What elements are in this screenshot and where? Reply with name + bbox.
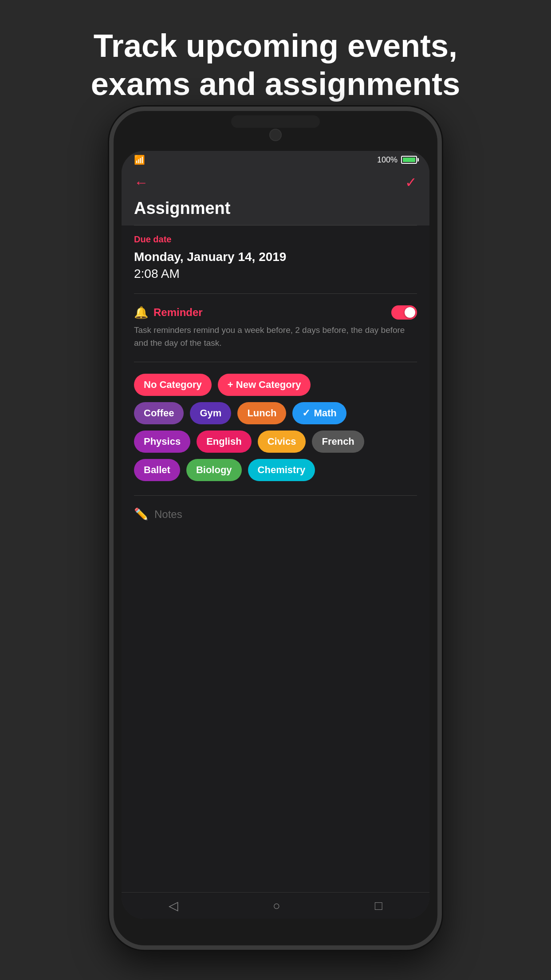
battery-percentage: 100% bbox=[377, 155, 398, 165]
categories-row-1: No Category + New Category bbox=[134, 374, 417, 396]
notes-label: Notes bbox=[154, 508, 182, 521]
chip-biology[interactable]: Biology bbox=[186, 459, 242, 481]
due-date-section: Due date Monday, January 14, 2019 2:08 A… bbox=[122, 225, 429, 290]
back-button[interactable]: ← bbox=[134, 174, 148, 191]
chip-no-category[interactable]: No Category bbox=[134, 374, 212, 396]
chip-chemistry[interactable]: Chemistry bbox=[248, 459, 315, 481]
categories-row-2: Coffee Gym Lunch ✓ Math bbox=[134, 402, 417, 424]
chip-english[interactable]: English bbox=[197, 431, 251, 453]
chip-lunch[interactable]: Lunch bbox=[237, 402, 286, 424]
categories-row-3: Physics English Civics French bbox=[134, 431, 417, 453]
nav-home-icon[interactable]: ○ bbox=[273, 899, 280, 913]
page-title-row: Assignment bbox=[122, 199, 429, 225]
screen: 📶 100% ← ✓ Assignment Due date Monday, J… bbox=[122, 151, 429, 919]
content-area: Due date Monday, January 14, 2019 2:08 A… bbox=[122, 225, 429, 892]
side-button bbox=[439, 200, 442, 235]
math-check-icon: ✓ bbox=[302, 407, 310, 419]
chip-new-category[interactable]: + New Category bbox=[218, 374, 311, 396]
bell-icon: 🔔 bbox=[134, 306, 148, 320]
divider-2 bbox=[134, 362, 417, 362]
categories-row-4: Ballet Biology Chemistry bbox=[134, 459, 417, 481]
divider-3 bbox=[134, 495, 417, 496]
status-bar: 📶 100% bbox=[122, 151, 429, 169]
bottom-nav: ◁ ○ □ bbox=[122, 892, 429, 919]
hero-text: Track upcoming events, exams and assignm… bbox=[0, 27, 551, 103]
categories-section: No Category + New Category Coffee Gym Lu… bbox=[122, 366, 429, 492]
reminder-row: 🔔 Reminder bbox=[122, 297, 429, 324]
wifi-icon: 📶 bbox=[134, 154, 145, 165]
due-time-value[interactable]: 2:08 AM bbox=[134, 267, 417, 281]
page-title: Assignment bbox=[134, 199, 417, 218]
pencil-icon: ✏️ bbox=[134, 507, 148, 521]
reminder-description: Task reminders remind you a week before,… bbox=[122, 324, 429, 358]
chip-math[interactable]: ✓ Math bbox=[292, 402, 346, 424]
phone-shell: 📶 100% ← ✓ Assignment Due date Monday, J… bbox=[109, 107, 442, 950]
due-date-label: Due date bbox=[134, 234, 417, 245]
nav-back-icon[interactable]: ◁ bbox=[169, 898, 178, 913]
phone-notch bbox=[231, 115, 320, 128]
reminder-label: Reminder bbox=[153, 306, 203, 319]
chip-ballet[interactable]: Ballet bbox=[134, 459, 180, 481]
chip-physics[interactable]: Physics bbox=[134, 431, 190, 453]
chip-coffee[interactable]: Coffee bbox=[134, 402, 184, 424]
app-header: ← ✓ bbox=[122, 169, 429, 199]
nav-recents-icon[interactable]: □ bbox=[375, 899, 382, 913]
battery-icon bbox=[401, 156, 417, 164]
battery-fill bbox=[403, 158, 415, 162]
confirm-button[interactable]: ✓ bbox=[405, 174, 417, 191]
chip-civics[interactable]: Civics bbox=[258, 431, 306, 453]
reminder-left: 🔔 Reminder bbox=[134, 306, 203, 320]
reminder-toggle[interactable] bbox=[391, 305, 417, 320]
chip-french[interactable]: French bbox=[312, 431, 364, 453]
toggle-knob bbox=[405, 307, 415, 318]
chip-gym[interactable]: Gym bbox=[190, 402, 231, 424]
divider-1 bbox=[134, 293, 417, 294]
status-right: 100% bbox=[377, 155, 417, 165]
camera bbox=[269, 129, 282, 141]
due-date-value[interactable]: Monday, January 14, 2019 bbox=[134, 250, 417, 264]
notes-row[interactable]: ✏️ Notes bbox=[122, 499, 429, 529]
